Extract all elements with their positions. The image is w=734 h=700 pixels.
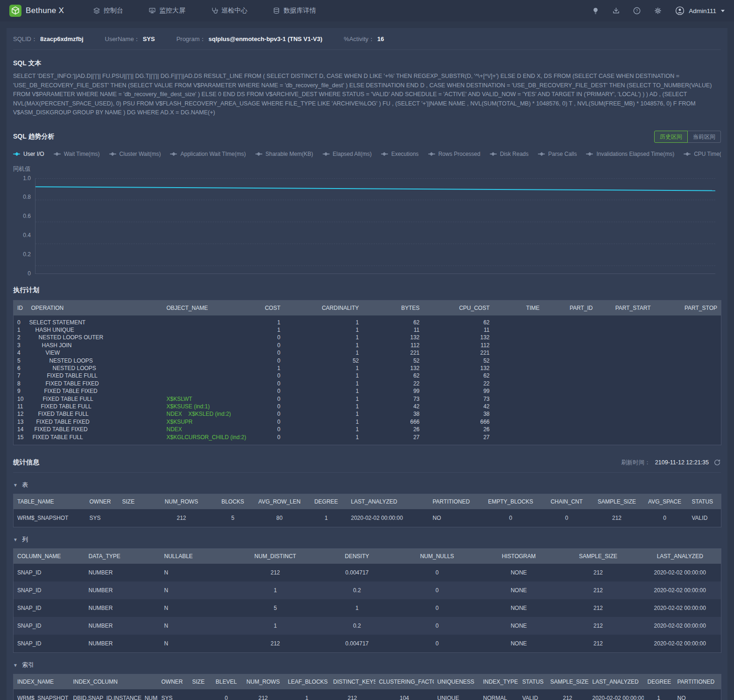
cell: 22 (363, 380, 423, 387)
cell: 0 (256, 342, 284, 349)
legend-item[interactable]: Executions (381, 151, 419, 157)
settings-icon[interactable] (654, 7, 662, 15)
collapse-icon[interactable]: ▼ (13, 483, 18, 488)
cell (494, 410, 543, 418)
collapse-icon[interactable]: ▼ (13, 537, 18, 542)
column-header: COST (256, 300, 284, 315)
legend-item[interactable]: Application Wait TIme(ms) (170, 151, 246, 157)
cell: 22 (423, 380, 494, 387)
cell: 2 (14, 334, 28, 341)
cell (543, 357, 597, 364)
column-header: BYTES (363, 300, 423, 315)
legend-label: Wait Time(ms) (64, 151, 100, 157)
cell: SYS (158, 689, 189, 700)
cell (597, 403, 655, 410)
cell: N (161, 617, 231, 635)
cell: 132 (363, 364, 423, 372)
cell: 1 (231, 617, 320, 635)
cell: NUMBER (85, 564, 161, 581)
tips-icon[interactable] (592, 7, 600, 15)
cell: 104 (375, 689, 434, 700)
column-header: INDEX_NAME (14, 674, 70, 690)
legend-item[interactable]: Parse Calls (538, 151, 577, 157)
series-marker-icon (170, 152, 177, 156)
cell: 27 (363, 434, 423, 445)
cell: FIXED TABLE FIXED (28, 426, 163, 433)
cell (655, 380, 721, 387)
legend-item[interactable]: Elapsed All(ms) (323, 151, 372, 157)
cell: 12 (14, 410, 28, 418)
stethoscope-icon (211, 7, 218, 14)
cell: 2020-02-02 00:00:00 (639, 635, 721, 653)
cell: NONE (480, 564, 558, 581)
cell: FIXED TABLE FULL (28, 395, 163, 403)
cell (597, 315, 655, 326)
cell (597, 434, 655, 445)
cell: 3 (14, 342, 28, 349)
cell: NONE (480, 635, 558, 653)
cell: FIXED TABLE FIXED (28, 387, 163, 395)
nav-menu: 控制台 监控大屏 巡检中心 数据库详情 (93, 7, 316, 15)
table-row: 2NESTED LOOPS OUTER01132132 (14, 334, 721, 341)
column-header: OWNER (158, 674, 189, 690)
legend-label: Invalidations Elapsed Time(ms) (596, 151, 674, 157)
series-marker-icon (538, 152, 545, 156)
cell: UNIQUE (434, 689, 480, 700)
download-icon[interactable] (612, 7, 620, 15)
history-range-button[interactable]: 历史区间 (654, 131, 688, 143)
cell: 0.004717 (320, 635, 394, 653)
legend-label: Elapsed All(ms) (333, 151, 372, 157)
cell: 0 (480, 509, 541, 527)
cell: 0 (256, 380, 284, 387)
series-marker-icon (381, 152, 388, 156)
nav-item-console[interactable]: 控制台 (93, 7, 123, 15)
cell: 0 (642, 509, 688, 527)
column-header: ID (14, 300, 28, 315)
nav-item-dashboard[interactable]: 监控大屏 (148, 7, 185, 15)
cell: 221 (423, 349, 494, 357)
cell: NO (429, 509, 480, 527)
nav-item-inspection[interactable]: 巡检中心 (211, 7, 247, 15)
cell: 1 (284, 326, 363, 334)
cell: 1 (256, 326, 284, 334)
column-header: NUM_NULLS (394, 549, 480, 564)
legend-item[interactable]: Invalidations Elapsed Time(ms) (586, 151, 674, 157)
current-range-button[interactable]: 当前区间 (688, 131, 721, 143)
program-label: Program： (176, 35, 206, 43)
cell: 212 (547, 689, 589, 700)
help-icon[interactable]: ? (633, 7, 641, 15)
brand-name: Bethune X (26, 6, 64, 15)
collapse-icon[interactable]: ▼ (13, 663, 18, 668)
column-header: NUM_ROWS (151, 494, 212, 510)
cell: 1 (305, 509, 347, 527)
cell (494, 395, 543, 403)
cell: FIXED TABLE FULL (28, 372, 163, 379)
column-header: LAST_ANALYZED (639, 549, 721, 564)
cell (543, 364, 597, 372)
cell: SNAP_ID (14, 581, 85, 599)
legend-label: User I/O (23, 151, 44, 157)
legend-label: CPU Time(ms) (694, 151, 721, 157)
brand[interactable]: Bethune X (9, 5, 64, 17)
nav-item-label: 控制台 (104, 7, 123, 15)
legend-item[interactable]: Wait Time(ms) (54, 151, 100, 157)
legend-item[interactable]: Rows Processed (428, 151, 480, 157)
user-menu[interactable]: Admin111 (675, 6, 725, 16)
cell: 10 (14, 395, 28, 403)
nav-item-database-detail[interactable]: 数据库详情 (273, 7, 316, 15)
cell: 1 (284, 349, 363, 357)
cell: 212 (558, 635, 639, 653)
cell: 62 (423, 372, 494, 379)
caret-down-icon (721, 10, 725, 12)
legend-item[interactable]: CPU Time(ms) (684, 151, 721, 157)
legend-item[interactable]: Sharable Mem(KB) (255, 151, 313, 157)
legend-item[interactable]: User I/O (13, 151, 44, 157)
cell: 0 (541, 509, 593, 527)
legend-item[interactable]: Cluster Wait(ms) (109, 151, 161, 157)
refresh-icon[interactable] (713, 459, 721, 466)
cell: SNAP_ID (14, 599, 85, 617)
legend-item[interactable]: Disk Reads (490, 151, 529, 157)
column-header: BLOCKS (212, 494, 254, 510)
refresh-time: 2109-11-12 12:21:35 (655, 459, 709, 466)
program-pair: Program： sqlplus@enmotech-bpv3-1 (TNS V1… (176, 35, 323, 43)
